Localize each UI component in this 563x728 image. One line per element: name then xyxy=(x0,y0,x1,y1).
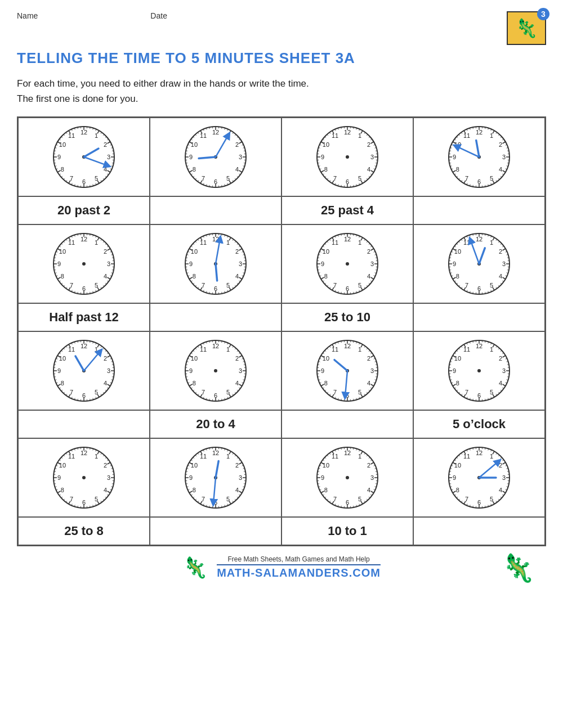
empty-cell-r3-c3 xyxy=(413,303,545,331)
svg-text:5: 5 xyxy=(95,389,98,396)
svg-text:8: 8 xyxy=(324,273,328,280)
clock-cell-c14: 121234567891011 xyxy=(150,438,282,517)
svg-text:10: 10 xyxy=(191,462,198,469)
svg-text:12: 12 xyxy=(476,450,482,456)
svg-text:6: 6 xyxy=(82,178,86,185)
svg-text:9: 9 xyxy=(321,154,324,160)
svg-text:4: 4 xyxy=(104,380,107,387)
svg-text:6: 6 xyxy=(82,285,86,292)
svg-text:12: 12 xyxy=(476,129,482,136)
logo-icon: 🦎 xyxy=(515,17,538,39)
svg-text:6: 6 xyxy=(346,178,349,185)
svg-text:7: 7 xyxy=(465,389,468,396)
instruction-line2: The first one is done for you. xyxy=(17,91,546,106)
svg-text:11: 11 xyxy=(463,346,470,353)
clock-cell-c10: 121234567891011 xyxy=(150,331,282,410)
svg-text:9: 9 xyxy=(189,154,193,160)
label-cell-r5-c1: 20 to 4 xyxy=(150,410,282,438)
svg-text:2: 2 xyxy=(235,141,239,148)
svg-text:5: 5 xyxy=(226,175,230,182)
svg-text:9: 9 xyxy=(189,260,193,267)
footer-text-block: Free Math Sheets, Math Games and Math He… xyxy=(217,555,381,579)
svg-text:6: 6 xyxy=(82,499,86,506)
svg-point-375 xyxy=(82,262,86,266)
svg-text:8: 8 xyxy=(324,380,328,387)
label-cell-r5-c3: 5 o’clock xyxy=(413,410,545,438)
svg-text:3: 3 xyxy=(239,260,242,267)
svg-text:8: 8 xyxy=(193,380,196,387)
svg-text:6: 6 xyxy=(346,499,349,506)
svg-text:2: 2 xyxy=(499,141,502,148)
clock-cell-c3: 121234567891011 xyxy=(282,118,413,196)
svg-text:1: 1 xyxy=(358,239,361,246)
svg-text:4: 4 xyxy=(235,487,239,493)
svg-text:6: 6 xyxy=(477,392,481,399)
svg-text:8: 8 xyxy=(324,487,328,493)
svg-text:9: 9 xyxy=(57,367,61,374)
svg-text:4: 4 xyxy=(367,166,370,173)
svg-text:2: 2 xyxy=(104,141,107,148)
svg-text:4: 4 xyxy=(499,487,502,493)
footer-right-icon: 🦎 xyxy=(501,552,535,584)
svg-text:12: 12 xyxy=(344,343,351,349)
svg-text:6: 6 xyxy=(477,285,481,292)
svg-text:7: 7 xyxy=(70,175,73,182)
svg-text:8: 8 xyxy=(61,380,64,387)
svg-text:5: 5 xyxy=(95,175,98,182)
svg-text:1: 1 xyxy=(226,346,230,353)
svg-text:9: 9 xyxy=(453,260,456,267)
svg-text:7: 7 xyxy=(70,389,73,396)
svg-text:3: 3 xyxy=(502,260,506,267)
svg-text:3: 3 xyxy=(370,260,374,267)
svg-text:11: 11 xyxy=(332,239,338,246)
svg-text:5: 5 xyxy=(490,389,493,396)
svg-text:3: 3 xyxy=(107,367,110,374)
empty-cell-r3-c1 xyxy=(150,303,282,331)
clock-cell-c16: 121234567891011 xyxy=(413,438,545,517)
svg-text:3: 3 xyxy=(502,367,506,374)
svg-text:10: 10 xyxy=(191,248,198,255)
svg-text:1: 1 xyxy=(226,239,230,246)
svg-text:3: 3 xyxy=(239,367,242,374)
svg-text:7: 7 xyxy=(333,175,337,182)
clock-cell-c6: 121234567891011 xyxy=(150,224,282,303)
svg-text:7: 7 xyxy=(70,496,73,502)
svg-text:3: 3 xyxy=(239,474,242,481)
svg-text:11: 11 xyxy=(200,239,207,246)
svg-text:6: 6 xyxy=(477,499,481,506)
svg-text:7: 7 xyxy=(333,389,337,396)
logo-badge: 3 xyxy=(537,8,549,20)
svg-text:2: 2 xyxy=(367,141,370,148)
svg-text:12: 12 xyxy=(344,236,351,242)
svg-text:9: 9 xyxy=(321,260,324,267)
svg-text:7: 7 xyxy=(202,175,205,182)
svg-text:3: 3 xyxy=(502,154,506,160)
svg-point-525 xyxy=(346,262,349,266)
svg-text:6: 6 xyxy=(214,178,217,185)
logo-box: 🦎 3 xyxy=(507,11,546,45)
svg-point-975 xyxy=(82,476,86,479)
svg-text:11: 11 xyxy=(200,453,207,460)
svg-text:10: 10 xyxy=(191,141,198,148)
date-label: Date xyxy=(150,11,167,20)
svg-text:5: 5 xyxy=(95,496,98,502)
svg-text:2: 2 xyxy=(104,355,107,362)
empty-cell-r7-c3 xyxy=(413,517,545,545)
svg-text:1: 1 xyxy=(358,346,361,353)
svg-text:3: 3 xyxy=(239,154,242,160)
svg-text:6: 6 xyxy=(214,392,217,399)
svg-text:9: 9 xyxy=(453,474,456,481)
svg-text:1: 1 xyxy=(95,346,98,353)
svg-text:8: 8 xyxy=(456,380,459,387)
svg-text:4: 4 xyxy=(499,166,502,173)
svg-text:9: 9 xyxy=(57,474,61,481)
name-date-area: Name Date xyxy=(17,11,167,20)
svg-text:5: 5 xyxy=(358,496,361,502)
svg-text:6: 6 xyxy=(214,285,217,292)
svg-text:9: 9 xyxy=(57,260,61,267)
footer-tagline: Free Math Sheets, Math Games and Math He… xyxy=(217,555,381,563)
svg-text:5: 5 xyxy=(490,282,493,289)
svg-text:1: 1 xyxy=(358,132,361,139)
svg-text:10: 10 xyxy=(323,355,329,362)
svg-text:8: 8 xyxy=(61,166,64,173)
